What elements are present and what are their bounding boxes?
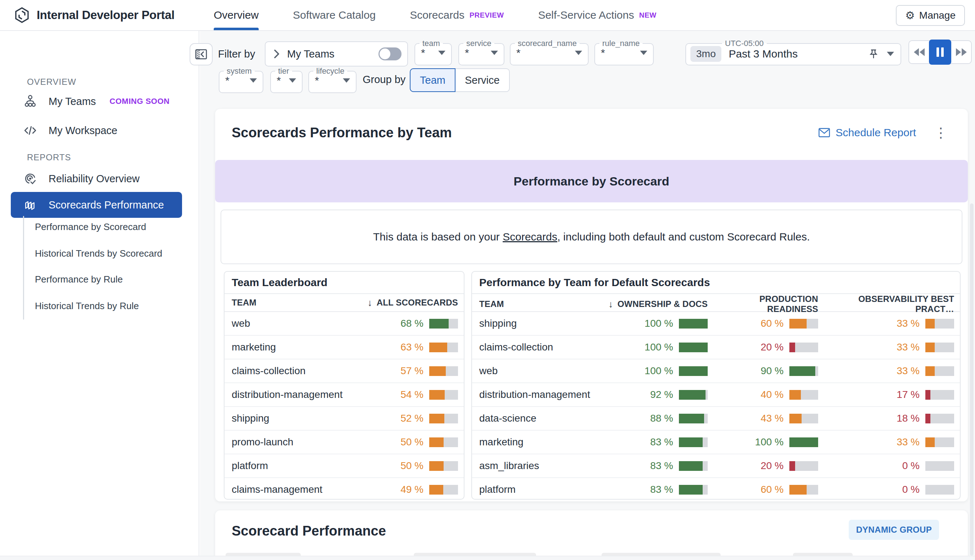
percent-value: 60 % — [761, 484, 784, 495]
chevron-right-icon — [273, 49, 280, 59]
subnav-performance-by-rule[interactable]: Performance by Rule — [35, 270, 172, 288]
sidebar-item-my-workspace[interactable]: My Workspace — [11, 120, 182, 141]
percent-value: 33 % — [896, 318, 920, 329]
horizontal-scrollbar-track[interactable] — [0, 556, 975, 560]
column-header-production-readiness[interactable]: PRODUCTION READINESS — [715, 294, 825, 314]
progress-bar — [789, 366, 818, 376]
table-row: platform83 %60 %0 % — [472, 478, 960, 500]
tier-filter-select[interactable]: tier * — [270, 67, 303, 93]
pin-icon[interactable] — [868, 48, 879, 59]
percent-value: 60 % — [761, 318, 784, 329]
table-row: asm_libraries83 %20 %0 % — [472, 454, 960, 478]
schedule-report-link[interactable]: Schedule Report — [818, 127, 916, 139]
service-filter-select[interactable]: service * — [458, 39, 504, 65]
scorecards-link[interactable]: Scorecards — [503, 231, 557, 243]
pause-button[interactable] — [929, 40, 951, 65]
rewind-icon — [913, 47, 925, 57]
system-filter-select[interactable]: system * — [219, 67, 263, 93]
time-range-control[interactable]: UTC-05:00 3mo Past 3 Months — [686, 39, 901, 65]
table-row: distribution-management92 %40 %17 % — [472, 383, 960, 407]
percent-value: 50 % — [400, 437, 423, 448]
column-header-ownership-docs[interactable]: ↓ OWNERSHIP & DOCS — [603, 299, 715, 310]
subnav-historical-trends-by-scorecard[interactable]: Historical Trends by Scorecard — [35, 244, 172, 262]
tab-software-catalog[interactable]: Software Catalog — [293, 0, 376, 30]
progress-bar — [925, 390, 954, 400]
tab-scorecards[interactable]: Scorecards PREVIEW — [410, 0, 504, 30]
percent-value: 33 % — [896, 342, 920, 353]
fast-forward-button[interactable] — [951, 41, 971, 63]
team-name: claims-collection — [232, 365, 306, 377]
table-row: claims-collection100 %20 %33 % — [472, 336, 960, 360]
percent-value: 100 % — [645, 342, 673, 353]
progress-bar — [925, 366, 954, 376]
group-by-segmented-control: Team Service — [410, 68, 510, 92]
dynamic-group-badge: DYNAMIC GROUP — [849, 520, 939, 540]
my-teams-toggle[interactable] — [378, 47, 401, 60]
manage-button[interactable]: ⚙ Manage — [896, 5, 965, 26]
progress-bar — [429, 485, 458, 495]
percent-value: 20 % — [761, 460, 784, 472]
progress-bar — [429, 437, 458, 447]
team-name: web — [232, 318, 250, 329]
vertical-scrollbar[interactable] — [970, 203, 973, 556]
leaderboard-rows: web68 %marketing63 %claims-collection57 … — [224, 312, 464, 500]
sidebar-item-scorecards-performance[interactable]: Scorecards Performance — [11, 192, 182, 218]
brand: Internal Developer Portal — [14, 0, 174, 30]
progress-bar — [679, 343, 708, 352]
column-header-observability[interactable]: OBSERVABILITY BEST PRACT… — [825, 294, 954, 314]
progress-bar — [429, 461, 458, 471]
section-overview: OVERVIEW — [27, 77, 76, 87]
tab-self-service-actions[interactable]: Self-Service Actions NEW — [538, 0, 657, 30]
team-name: web — [479, 365, 603, 377]
my-teams-scope-control[interactable]: My Teams — [265, 41, 408, 67]
app-logo-icon — [14, 7, 30, 23]
rewind-button[interactable] — [909, 41, 929, 63]
subnav-historical-trends-by-rule[interactable]: Historical Trends by Rule — [35, 297, 172, 315]
group-by-team-button[interactable]: Team — [410, 68, 455, 92]
subnav-performance-by-scorecard[interactable]: Performance by Scorecard — [35, 218, 172, 236]
table-row: platform50 % — [224, 454, 464, 478]
percent-value: 83 % — [650, 460, 673, 472]
percent-value: 54 % — [400, 389, 423, 400]
team-name: promo-launch — [232, 437, 293, 448]
time-range-label: Past 3 Months — [729, 48, 798, 60]
rule-name-filter-select[interactable]: rule_name * — [594, 39, 654, 65]
subnav-indent-line — [23, 216, 24, 320]
time-playback-controls — [908, 40, 972, 64]
time-preset-chip[interactable]: 3mo — [691, 46, 721, 62]
team-name: shipping — [479, 318, 603, 329]
team-name: asm_libraries — [479, 460, 603, 472]
team-filter-select[interactable]: team * — [415, 39, 452, 65]
column-header-team[interactable]: TEAM — [479, 299, 603, 309]
column-header-team[interactable]: TEAM — [232, 298, 256, 308]
scope-label: My Teams — [287, 48, 334, 60]
top-bar: Internal Developer Portal Overview Softw… — [0, 0, 975, 31]
progress-bar — [789, 414, 818, 423]
tab-overview[interactable]: Overview — [214, 0, 259, 30]
percent-value: 92 % — [650, 389, 673, 400]
percent-value: 52 % — [400, 413, 423, 424]
sidebar-item-my-teams[interactable]: My Teams COMING SOON — [11, 91, 182, 112]
caret-down-icon — [491, 51, 498, 55]
tables-region: Team Leaderboard TEAM ↓ ALL SCORECARDS w… — [215, 271, 968, 502]
team-name: claims-collection — [479, 342, 603, 353]
percent-value: 33 % — [896, 437, 920, 448]
lifecycle-filter-select[interactable]: lifecycle * — [308, 67, 356, 93]
progress-bar — [679, 461, 708, 471]
percent-value: 50 % — [400, 460, 423, 472]
banner-title: Performance by Scorecard — [514, 174, 669, 188]
progress-bar — [925, 485, 954, 495]
caret-down-icon[interactable] — [887, 52, 894, 56]
progress-bar — [925, 319, 954, 328]
scorecard-name-filter-select[interactable]: scorecard_name * — [510, 39, 589, 65]
table-row: claims-management49 % — [224, 478, 464, 500]
group-by-service-button[interactable]: Service — [455, 68, 510, 92]
column-header-all-scorecards[interactable]: ↓ ALL SCORECARDS — [367, 297, 458, 308]
sidebar-item-reliability-overview[interactable]: Reliability Overview — [11, 168, 182, 189]
kebab-menu-icon[interactable]: ⋮ — [930, 125, 951, 140]
app-title: Internal Developer Portal — [37, 8, 174, 22]
timezone-label: UTC-05:00 — [722, 39, 767, 48]
table-row: claims-collection57 % — [224, 360, 464, 383]
collapse-sidebar-button[interactable] — [190, 43, 212, 65]
table-row: marketing83 %100 %33 % — [472, 431, 960, 454]
